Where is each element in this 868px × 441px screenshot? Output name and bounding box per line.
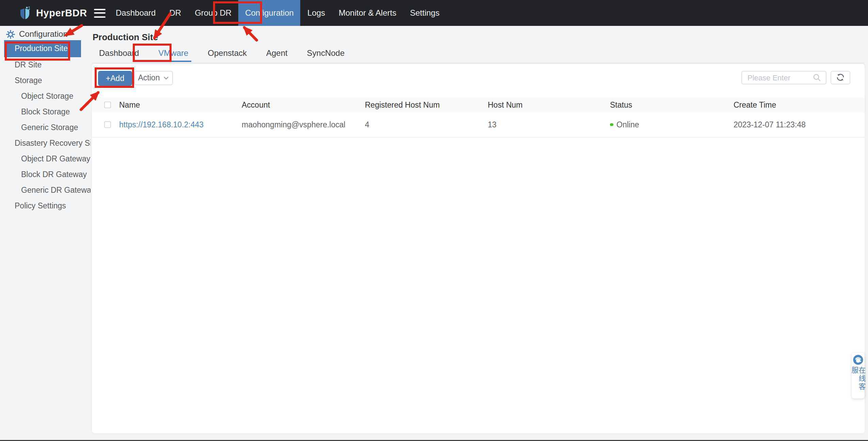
nav-configuration[interactable]: Configuration [238, 0, 301, 26]
search-icon[interactable] [813, 74, 825, 82]
content-card: +Add Action [92, 64, 864, 433]
sidebar-item-disastery-recovery-site[interactable]: Disastery Recovery Site [0, 136, 90, 151]
nav-group-dr[interactable]: Group DR [188, 0, 238, 26]
sidebar-item-object-storage[interactable]: Object Storage [0, 89, 90, 104]
tab-bar: Dashboard VMware Openstack Agent SyncNod… [92, 46, 864, 63]
tab-agent[interactable]: Agent [263, 47, 291, 62]
sidebar-item-storage[interactable]: Storage [0, 73, 90, 89]
tab-syncnode[interactable]: SyncNode [304, 47, 348, 62]
status-online-dot [610, 123, 613, 126]
sidebar-item-object-dr-gateway[interactable]: Object DR Gateway [0, 151, 90, 167]
column-header-name: Name [119, 101, 242, 109]
row-registered-host-num: 4 [365, 121, 488, 129]
search-input[interactable] [742, 74, 813, 82]
tab-vmware[interactable]: VMware [155, 47, 191, 62]
row-create-time: 2023-12-07 11:23:48 [734, 121, 864, 129]
main-nav: Dashboard DR Group DR Configuration Logs… [109, 0, 446, 26]
nav-logs[interactable]: Logs [301, 0, 332, 26]
sidebar-item-production-site[interactable]: Production Site [4, 40, 81, 57]
action-dropdown-label: Action [138, 74, 160, 82]
online-support-widget[interactable]: 在线客服 [852, 352, 865, 398]
gear-icon [6, 30, 15, 38]
column-header-registered-host-num: Registered Host Num [365, 101, 488, 109]
shield-logo-icon [18, 6, 31, 20]
page-title: Production Site [93, 32, 158, 42]
sidebar-section-label: Configuration [19, 29, 68, 39]
menu-toggle-icon[interactable] [94, 9, 106, 17]
headset-support-icon [853, 355, 863, 365]
add-button[interactable]: +Add [98, 70, 132, 85]
brand-logo[interactable]: HyperBDR [18, 0, 87, 26]
top-nav: HyperBDR Dashboard DR Group DR Configura… [0, 0, 868, 26]
sidebar-item-block-dr-gateway[interactable]: Block DR Gateway [0, 167, 90, 183]
row-status: Online [610, 121, 734, 129]
select-all-checkbox[interactable] [104, 101, 111, 108]
column-header-create-time: Create Time [734, 101, 864, 109]
nav-dashboard[interactable]: Dashboard [109, 0, 162, 26]
refresh-button[interactable] [831, 70, 850, 84]
row-name-link[interactable]: https://192.168.10.2:443 [119, 121, 204, 129]
nav-monitor-alerts[interactable]: Monitor & Alerts [332, 0, 403, 26]
sidebar-section-header: Configuration [6, 28, 90, 40]
online-support-label: 在线客服 [851, 366, 865, 398]
column-header-account: Account [242, 101, 365, 109]
sidebar: Configuration Production Site DR Site St… [0, 26, 90, 441]
sidebar-item-dr-site[interactable]: DR Site [0, 57, 90, 73]
table-row: https://192.168.10.2:443 maohongming@vsp… [92, 113, 864, 137]
sidebar-item-generic-dr-gateway[interactable]: Generic DR Gateway [0, 183, 90, 198]
row-checkbox[interactable] [104, 121, 111, 128]
sidebar-item-block-storage[interactable]: Block Storage [0, 104, 90, 120]
sidebar-item-policy-settings[interactable]: Policy Settings [0, 198, 90, 214]
chevron-down-icon [163, 76, 168, 80]
action-dropdown-button[interactable]: Action [134, 70, 173, 85]
table-header-row: Name Account Registered Host Num Host Nu… [92, 97, 864, 113]
column-header-status: Status [610, 101, 734, 109]
tab-dashboard[interactable]: Dashboard [96, 47, 142, 62]
sidebar-item-generic-storage[interactable]: Generic Storage [0, 120, 90, 136]
status-badge: Online [616, 121, 639, 129]
column-header-host-num: Host Num [488, 101, 610, 109]
nav-settings[interactable]: Settings [403, 0, 446, 26]
arrow-to-nav-configuration [244, 28, 257, 40]
nav-dr[interactable]: DR [162, 0, 188, 26]
row-account: maohongming@vsphere.local [242, 121, 365, 129]
tab-openstack[interactable]: Openstack [205, 47, 250, 62]
search-box [741, 70, 826, 84]
refresh-icon [836, 73, 845, 82]
row-host-num: 13 [488, 121, 610, 129]
app-window: HyperBDR Dashboard DR Group DR Configura… [0, 0, 868, 441]
brand-name: HyperBDR [36, 7, 87, 18]
